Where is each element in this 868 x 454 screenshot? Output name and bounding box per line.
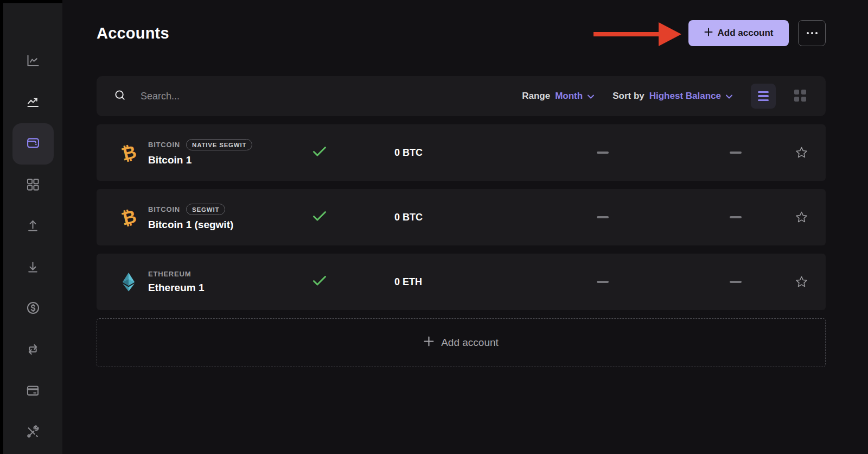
account-balance: 0 BTC — [394, 212, 423, 223]
account-info: BITCOIN SEGWIT Bitcoin 1 (segwit) — [148, 204, 233, 231]
synced-check-icon — [312, 211, 327, 224]
main-content: Accounts Add account — [62, 0, 868, 454]
account-info: BITCOIN NATIVE SEGWIT Bitcoin 1 — [148, 139, 252, 166]
currency-name: ETHEREUM — [148, 270, 191, 278]
sidebar-item-buy-sell[interactable] — [12, 288, 54, 330]
apps-grid-icon — [25, 177, 40, 194]
account-name: Bitcoin 1 (segwit) — [148, 219, 233, 231]
search-icon — [114, 89, 126, 104]
arrow-up-from-line-icon — [25, 218, 40, 235]
bitcoin-icon: ₿ — [118, 209, 139, 226]
page-title: Accounts — [97, 24, 169, 42]
countervalue-placeholder — [597, 216, 609, 218]
plus-icon — [704, 28, 713, 39]
bitcoin-icon: ₿ — [118, 144, 139, 162]
range-dropdown[interactable]: Range Month — [522, 91, 594, 102]
star-icon[interactable] — [795, 147, 808, 159]
currency-name: BITCOIN — [148, 205, 180, 213]
tools-icon — [25, 425, 40, 442]
sidebar-item-send[interactable] — [12, 206, 54, 247]
range-value: Month — [555, 91, 583, 102]
sidebar-item-card[interactable] — [12, 371, 54, 412]
search-input[interactable] — [141, 91, 522, 102]
star-icon[interactable] — [795, 211, 808, 223]
toolbar-controls: Range Month Sort by Highest Balance — [522, 84, 807, 109]
change-placeholder — [730, 152, 742, 154]
range-label: Range — [522, 91, 550, 102]
add-account-row-button[interactable]: Add account — [97, 318, 826, 367]
account-name: Bitcoin 1 — [148, 154, 252, 166]
account-name: Ethereum 1 — [148, 282, 204, 294]
more-options-button[interactable] — [798, 20, 826, 46]
add-account-button-label: Add account — [718, 28, 774, 39]
page-header: Accounts Add account — [97, 20, 826, 47]
sort-dropdown[interactable]: Sort by Highest Balance — [612, 91, 732, 102]
account-row-bitcoin-1-segwit[interactable]: ₿ BITCOIN SEGWIT Bitcoin 1 (segwit) 0 BT… — [97, 189, 826, 245]
account-balance: 0 ETH — [394, 276, 422, 288]
sidebar-item-experimental[interactable] — [12, 412, 54, 453]
account-info: ETHEREUM Ethereum 1 — [148, 270, 204, 294]
dollar-circle-icon — [25, 300, 41, 318]
sidebar-item-portfolio[interactable] — [12, 41, 54, 82]
add-account-row-label: Add account — [441, 337, 499, 349]
sidebar-item-swap[interactable] — [12, 330, 54, 371]
market-chart-icon — [25, 94, 40, 111]
synced-check-icon — [312, 146, 327, 159]
account-row-bitcoin-1[interactable]: ₿ BITCOIN NATIVE SEGWIT Bitcoin 1 0 BTC — [97, 124, 826, 181]
derivation-badge: NATIVE SEGWIT — [186, 139, 252, 150]
portfolio-chart-icon — [25, 53, 40, 70]
change-placeholder — [730, 281, 742, 283]
chevron-down-icon — [588, 91, 594, 102]
star-icon[interactable] — [795, 276, 808, 288]
sidebar-item-receive[interactable] — [12, 247, 54, 288]
countervalue-placeholder — [597, 152, 609, 154]
add-account-button[interactable]: Add account — [688, 20, 789, 46]
grid-view-toggle[interactable] — [794, 90, 807, 103]
sidebar-item-market[interactable] — [12, 82, 54, 123]
wallet-icon — [25, 135, 41, 153]
arrow-down-to-line-icon — [25, 260, 40, 276]
sort-label: Sort by — [612, 91, 644, 102]
list-view-toggle[interactable] — [751, 84, 776, 109]
account-row-ethereum-1[interactable]: ETHEREUM Ethereum 1 0 ETH — [97, 254, 826, 310]
countervalue-placeholder — [597, 281, 609, 283]
chevron-down-icon — [726, 91, 732, 102]
synced-check-icon — [312, 275, 327, 288]
header-actions: Add account — [688, 20, 826, 46]
currency-name: BITCOIN — [148, 141, 180, 149]
sidebar — [3, 3, 62, 454]
ellipsis-icon — [807, 32, 818, 34]
account-balance: 0 BTC — [394, 147, 423, 159]
change-placeholder — [730, 216, 742, 218]
plus-icon — [424, 336, 434, 349]
accounts-toolbar: Range Month Sort by Highest Balance — [97, 76, 826, 116]
ethereum-icon — [118, 272, 139, 292]
sort-value: Highest Balance — [649, 91, 721, 102]
list-view-icon — [758, 91, 769, 102]
derivation-badge: SEGWIT — [186, 204, 225, 215]
swap-arrows-icon — [25, 342, 40, 359]
card-icon — [25, 383, 40, 400]
sidebar-item-discover[interactable] — [12, 165, 54, 206]
sidebar-item-accounts[interactable] — [12, 123, 54, 165]
app-window: Accounts Add account — [0, 0, 868, 454]
